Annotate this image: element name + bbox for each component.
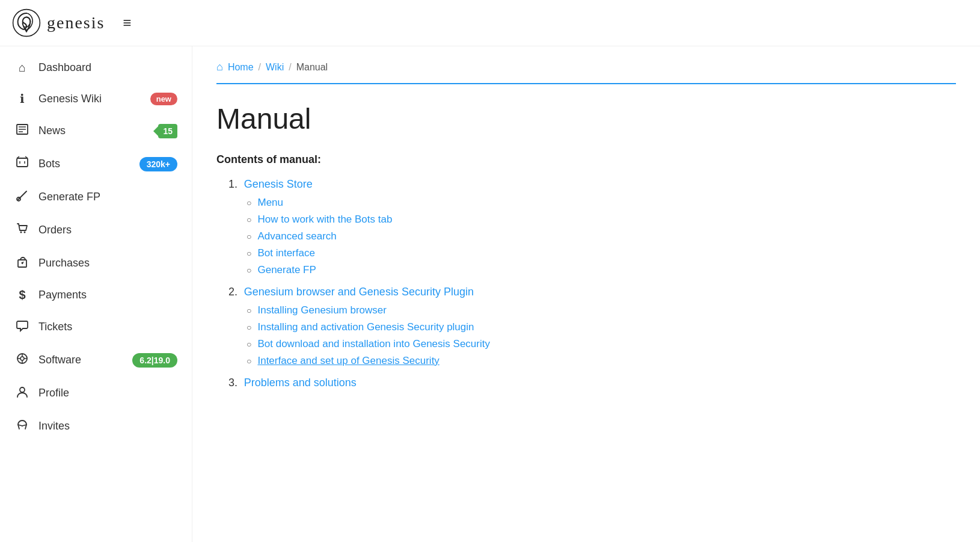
toc-sub-link-bot-download[interactable]: Bot download and installation into Genes… bbox=[257, 338, 490, 350]
badge-software-versions: 6.2|19.0 bbox=[132, 353, 177, 368]
toc-sub-link-advanced-search[interactable]: Advanced search bbox=[257, 230, 336, 242]
sidebar-item-profile[interactable]: Profile bbox=[0, 377, 192, 410]
sidebar-label-payments: Payments bbox=[38, 289, 177, 301]
sidebar-item-news[interactable]: News 15 bbox=[0, 114, 192, 147]
toc-sub-item-install-security: Installing and activation Genesis Securi… bbox=[247, 321, 956, 333]
orders-icon bbox=[14, 222, 30, 238]
svg-point-23 bbox=[20, 387, 25, 392]
sidebar-label-genesis-wiki: Genesis Wiki bbox=[38, 93, 142, 105]
sidebar-label-generate-fp: Generate FP bbox=[38, 191, 177, 203]
contents-heading: Contents of manual: bbox=[216, 153, 956, 166]
toc-number-1: 1. bbox=[228, 178, 237, 190]
page-title: Manual bbox=[216, 102, 956, 135]
news-icon bbox=[14, 123, 30, 139]
toc-number-3: 3. bbox=[228, 377, 237, 389]
purchases-icon bbox=[14, 255, 30, 271]
toc-sub-item-bot-interface: Bot interface bbox=[247, 247, 956, 259]
sidebar-item-dashboard[interactable]: ⌂ Dashboard bbox=[0, 52, 192, 83]
toc-sub-item-menu: Menu bbox=[247, 197, 956, 209]
breadcrumb-home[interactable]: Home bbox=[228, 62, 254, 73]
info-icon: ℹ bbox=[14, 91, 30, 106]
breadcrumb-sep-2: / bbox=[289, 62, 291, 73]
sidebar-item-purchases[interactable]: Purchases bbox=[0, 247, 192, 280]
breadcrumb-sep-1: / bbox=[259, 62, 261, 73]
profile-icon bbox=[14, 385, 30, 401]
bots-icon bbox=[14, 156, 30, 172]
dashboard-icon: ⌂ bbox=[14, 61, 30, 75]
toc-item-2: 2. Genesium browser and Genesis Security… bbox=[228, 286, 956, 367]
toc-sub-item-install-genesium: Installing Genesium browser bbox=[247, 304, 956, 316]
main-content: ⌂ Home / Wiki / Manual Manual Contents o… bbox=[192, 46, 980, 542]
sidebar-label-dashboard: Dashboard bbox=[38, 61, 177, 74]
toc-sub-link-interface-setup[interactable]: Interface and set up of Genesis Security bbox=[257, 355, 439, 367]
sidebar-item-software[interactable]: Software 6.2|19.0 bbox=[0, 343, 192, 377]
logo-icon bbox=[12, 8, 41, 37]
toc-sub-item-advanced-search: Advanced search bbox=[247, 230, 956, 242]
sidebar-item-orders[interactable]: Orders bbox=[0, 214, 192, 247]
svg-point-12 bbox=[20, 232, 22, 233]
sidebar-item-tickets[interactable]: Tickets bbox=[0, 310, 192, 343]
logo-area: genesis bbox=[12, 8, 105, 37]
toc: 1. Genesis Store Menu How to work with t… bbox=[216, 178, 956, 389]
sidebar-item-bots[interactable]: Bots 320k+ bbox=[0, 147, 192, 180]
sidebar-label-news: News bbox=[38, 125, 150, 137]
toc-sub-link-menu[interactable]: Menu bbox=[257, 197, 283, 209]
sidebar-label-bots: Bots bbox=[38, 158, 131, 170]
toc-sub-item-bots-tab: How to work with the Bots tab bbox=[247, 214, 956, 226]
badge-new: new bbox=[150, 93, 177, 105]
sidebar-label-tickets: Tickets bbox=[38, 321, 177, 333]
toc-sub-link-install-security[interactable]: Installing and activation Genesis Securi… bbox=[257, 321, 474, 333]
toc-sub-item-interface-setup: Interface and set up of Genesis Security bbox=[247, 355, 956, 367]
toc-sub-2: Installing Genesium browser Installing a… bbox=[228, 304, 956, 367]
sidebar-label-orders: Orders bbox=[38, 224, 177, 236]
sidebar: ⌂ Dashboard ℹ Genesis Wiki new News 15 bbox=[0, 46, 192, 542]
sidebar-item-genesis-wiki[interactable]: ℹ Genesis Wiki new bbox=[0, 83, 192, 114]
toc-sub-link-install-genesium[interactable]: Installing Genesium browser bbox=[257, 304, 386, 316]
svg-line-10 bbox=[18, 191, 26, 200]
breadcrumb-wiki[interactable]: Wiki bbox=[266, 62, 284, 73]
breadcrumb: ⌂ Home / Wiki / Manual bbox=[216, 61, 956, 84]
toc-link-genesis-store[interactable]: Genesis Store bbox=[244, 178, 313, 190]
toc-item-3: 3. Problems and solutions bbox=[228, 377, 956, 389]
sidebar-label-purchases: Purchases bbox=[38, 257, 177, 269]
toc-sub-link-bot-interface[interactable]: Bot interface bbox=[257, 247, 314, 259]
toc-link-problems[interactable]: Problems and solutions bbox=[244, 377, 357, 389]
toc-number-2: 2. bbox=[228, 286, 237, 298]
invites-icon bbox=[14, 418, 30, 434]
sidebar-item-invites[interactable]: Invites bbox=[0, 410, 192, 443]
toc-sub-link-generate-fp[interactable]: Generate FP bbox=[257, 264, 316, 276]
breadcrumb-current: Manual bbox=[296, 62, 328, 73]
tickets-icon bbox=[14, 319, 30, 335]
sidebar-item-generate-fp[interactable]: Generate FP bbox=[0, 180, 192, 214]
home-icon: ⌂ bbox=[216, 61, 223, 73]
svg-rect-5 bbox=[17, 158, 28, 167]
software-icon bbox=[14, 352, 30, 368]
badge-news-count: 15 bbox=[158, 124, 177, 138]
logo-text: genesis bbox=[47, 13, 105, 32]
sidebar-item-payments[interactable]: $ Payments bbox=[0, 280, 192, 310]
sidebar-label-invites: Invites bbox=[38, 420, 177, 433]
toc-sub-1: Menu How to work with the Bots tab Advan… bbox=[228, 197, 956, 276]
toc-item-1: 1. Genesis Store Menu How to work with t… bbox=[228, 178, 956, 276]
toc-sub-item-generate-fp: Generate FP bbox=[247, 264, 956, 276]
svg-point-18 bbox=[20, 357, 24, 360]
payments-icon: $ bbox=[14, 288, 30, 302]
badge-bots-count: 320k+ bbox=[139, 157, 177, 171]
layout: ⌂ Dashboard ℹ Genesis Wiki new News 15 bbox=[0, 46, 980, 542]
toc-link-genesium[interactable]: Genesium browser and Genesis Security Pl… bbox=[244, 286, 474, 298]
sidebar-label-profile: Profile bbox=[38, 387, 177, 399]
generate-fp-icon bbox=[14, 189, 30, 205]
svg-point-13 bbox=[24, 232, 26, 233]
toc-sub-item-bot-download: Bot download and installation into Genes… bbox=[247, 338, 956, 350]
header: genesis ≡ bbox=[0, 0, 980, 46]
toc-sub-link-bots-tab[interactable]: How to work with the Bots tab bbox=[257, 214, 392, 226]
sidebar-label-software: Software bbox=[38, 354, 124, 366]
hamburger-button[interactable]: ≡ bbox=[123, 14, 131, 31]
